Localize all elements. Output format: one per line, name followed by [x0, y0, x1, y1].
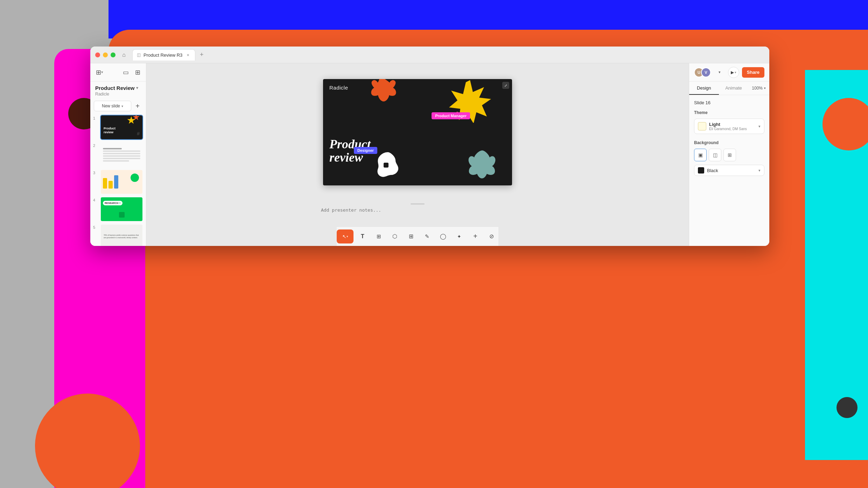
image-tool-button[interactable]: ⊞	[372, 229, 386, 243]
theme-fonts-label: Eli Garamond, DM Sans	[709, 127, 758, 131]
orange-gear-shape	[363, 79, 398, 107]
presentation-name-btn[interactable]: Product Review ▾	[95, 85, 141, 91]
text-tool-button[interactable]: T	[356, 229, 370, 243]
new-slide-button[interactable]: New slide ▾	[94, 101, 131, 111]
active-tab[interactable]: ◫ Product Review R3 ✕	[132, 49, 195, 61]
maximize-button[interactable]	[111, 52, 115, 57]
presentation-info: Product Review ▾ Radicle	[90, 82, 146, 99]
table-icon: ⊞	[409, 233, 413, 240]
presentation-name-text: Product Review	[95, 85, 135, 91]
slide-canvas-wrapper: Radicle ↖	[146, 63, 689, 201]
presentation-chevron-icon: ▾	[136, 86, 138, 90]
add-slide-button[interactable]: +	[133, 101, 142, 111]
text-icon: T	[361, 233, 364, 240]
bg-gradient-button[interactable]: ◫	[709, 149, 721, 161]
share-button[interactable]: Share	[742, 67, 764, 78]
canvas-area: Radicle ↖	[146, 63, 689, 246]
title-bar: ⌂ ◫ Product Review R3 ✕ +	[90, 47, 769, 63]
thumb-plus-icon: +	[119, 201, 121, 205]
collaborators-dropdown[interactable]: ▾	[719, 70, 721, 75]
slide-item-5[interactable]: 5 76% of learners prefer science questio…	[93, 224, 143, 246]
smart-tool-button[interactable]: ✦	[452, 229, 466, 243]
zoom-control[interactable]: 100% ▾	[748, 82, 769, 95]
share-label: Share	[747, 70, 760, 75]
bubble-icon: ◯	[440, 233, 446, 240]
tab-label: Product Review R3	[144, 52, 182, 58]
slide-expand-button[interactable]: ⤢	[502, 82, 509, 89]
bg-solid-button[interactable]: ▣	[694, 149, 707, 161]
shapes-tool-button[interactable]: ⬡	[388, 229, 402, 243]
bg-color-chevron-icon: ▾	[758, 168, 761, 173]
background-type-icons: ▣ ◫ ⊞	[694, 149, 764, 161]
current-slide-display: Slide 16	[694, 100, 764, 105]
slide-thumb-3[interactable]	[100, 169, 143, 195]
bg-dark-circle	[836, 397, 858, 418]
more-tools-button[interactable]: ⊘	[484, 229, 498, 243]
slide-item-3[interactable]: 3	[93, 169, 143, 195]
select-tool-button[interactable]: ↖ ▾	[337, 229, 354, 243]
slide-item-1[interactable]: 1 Productreview #	[93, 115, 143, 140]
slide-thumb-1[interactable]: Productreview #	[100, 115, 143, 140]
tab-bar: ◫ Product Review R3 ✕ +	[132, 49, 764, 61]
play-button[interactable]: ▶ ▾	[728, 67, 739, 78]
drawing-tool-button[interactable]: ✎	[420, 229, 434, 243]
bubble-tool-button[interactable]: ◯	[436, 229, 450, 243]
slide-thumb-5[interactable]: 76% of learners prefer science questions…	[100, 224, 143, 246]
theme-section: Theme Light Eli Garamond, DM Sans ▾	[694, 110, 764, 134]
new-slide-bar: New slide ▾ +	[90, 99, 146, 113]
tab-close-button[interactable]: ✕	[185, 52, 191, 58]
new-tab-button[interactable]: +	[197, 50, 206, 60]
table-tool-button[interactable]: ⊞	[404, 229, 418, 243]
right-panel-content: Slide 16 Theme Light Eli Garamond, DM Sa…	[689, 95, 769, 246]
view-single-button[interactable]: ▭	[121, 67, 130, 78]
image-icon: ⊞	[377, 233, 381, 240]
minimize-button[interactable]	[103, 52, 108, 57]
more-icon: ⊘	[489, 233, 494, 240]
select-dropdown-icon: ▾	[346, 235, 348, 238]
thumb-text-1: Productreview	[104, 127, 115, 134]
notes-input[interactable]	[321, 207, 514, 221]
background-section: Background ▣ ◫ ⊞ Bla	[694, 140, 764, 176]
theme-name-label: Light	[709, 122, 758, 127]
close-button[interactable]	[95, 52, 100, 57]
animate-tab-label: Animate	[725, 85, 742, 91]
slide-thumb-4[interactable]: RESEARCH +	[100, 197, 143, 222]
right-header: U V ▾ ▶ ▾ Share	[689, 63, 769, 82]
bg-image-button[interactable]: ⊞	[723, 149, 736, 161]
bg-color-label: Black	[707, 168, 758, 173]
slides-list: 1 Productreview # 2	[90, 113, 146, 246]
smart-icon: ✦	[457, 234, 461, 239]
slide-canvas[interactable]: Radicle ↖	[323, 79, 512, 185]
grid-icon: ⊞	[96, 69, 101, 76]
layout-toggle-button[interactable]: ⊞ ▾	[94, 67, 105, 78]
bg-solid-icon: ▣	[698, 152, 703, 158]
slide-item-4[interactable]: 4 RESEARCH +	[93, 197, 143, 222]
add-icon: +	[473, 232, 477, 240]
background-section-title: Background	[694, 140, 764, 145]
play-chevron-icon: ▾	[735, 71, 736, 74]
slide-thumb-2[interactable]	[100, 142, 143, 167]
home-icon: ⌂	[122, 52, 126, 58]
single-view-icon: ▭	[123, 69, 129, 76]
view-grid-button[interactable]: ⊞	[134, 67, 142, 78]
slide-logo: Radicle	[329, 85, 348, 91]
notes-area	[316, 201, 519, 226]
animate-tab[interactable]: Animate	[719, 82, 749, 95]
design-tab[interactable]: Design	[689, 82, 719, 95]
presentation-subtitle: Radicle	[95, 92, 141, 97]
slide-item-2[interactable]: 2	[93, 142, 143, 167]
app-window: ⌂ ◫ Product Review R3 ✕ + ⊞ ▾ ▭	[90, 47, 769, 246]
theme-selector[interactable]: Light Eli Garamond, DM Sans ▾	[694, 119, 764, 134]
right-panel-tabs: Design Animate 100% ▾	[689, 82, 769, 95]
home-button[interactable]: ⌂	[119, 50, 129, 60]
zoom-chevron-icon: ▾	[764, 86, 766, 90]
right-panel: U V ▾ ▶ ▾ Share Design	[689, 63, 769, 246]
slide-number-4: 4	[93, 198, 98, 202]
slide-panel: ⊞ ▾ ▭ ⊞ Product Review ▾ Radicle	[90, 63, 146, 246]
collaborators-avatars: U V	[694, 68, 711, 77]
notes-divider	[411, 203, 425, 205]
add-element-button[interactable]: +	[468, 229, 482, 243]
background-color-picker[interactable]: Black ▾	[694, 165, 764, 176]
slide-number-1: 1	[93, 116, 98, 120]
theme-section-title: Theme	[694, 110, 764, 115]
